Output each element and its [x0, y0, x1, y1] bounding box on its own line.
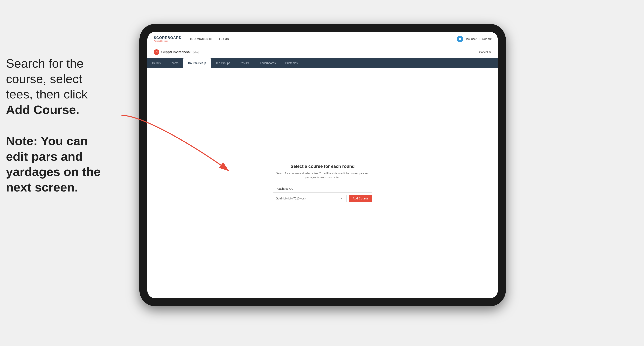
tournament-icon: C: [154, 49, 159, 55]
annotation-note: Note: You can edit pars and yardages on …: [6, 133, 122, 195]
tab-tee-groups[interactable]: Tee Groups: [211, 58, 235, 68]
tournament-gender: (Men): [192, 51, 199, 54]
course-select-panel: Select a course for each round Search fo…: [273, 164, 372, 202]
tee-select[interactable]: Gold (M) (M) (7010 yds): [273, 195, 347, 202]
tournament-header: C Clippd Invitational (Men) Cancel ✕: [147, 46, 498, 58]
cancel-button[interactable]: Cancel ✕: [479, 50, 492, 54]
logo-text: SCOREBOARD: [154, 36, 182, 40]
panel-title: Select a course for each round: [273, 164, 372, 169]
tab-results[interactable]: Results: [235, 58, 254, 68]
cancel-label: Cancel: [479, 50, 488, 54]
tee-select-row: Gold (M) (M) (7010 yds) Add Course: [273, 195, 372, 202]
divider: |: [479, 37, 480, 40]
user-area: R Test User | Sign out: [457, 36, 492, 42]
user-avatar: R: [457, 36, 463, 42]
tab-bar: Details Teams Course Setup Tee Groups Re…: [147, 58, 498, 68]
main-content: Select a course for each round Search fo…: [147, 68, 498, 298]
nav-tournaments[interactable]: TOURNAMENTS: [190, 37, 212, 41]
add-course-button[interactable]: Add Course: [349, 195, 372, 202]
nav-links: TOURNAMENTS TEAMS: [190, 37, 457, 41]
tablet-screen: SCOREBOARD Powered by clippd TOURNAMENTS…: [147, 32, 498, 298]
annotation-main: Search for the course, select tees, then…: [6, 56, 122, 117]
annotation-area: Search for the course, select tees, then…: [6, 56, 122, 195]
tee-select-wrapper: Gold (M) (M) (7010 yds): [273, 195, 347, 202]
sign-out-link[interactable]: Sign out: [482, 37, 492, 40]
tablet-device: SCOREBOARD Powered by clippd TOURNAMENTS…: [140, 24, 506, 306]
cancel-icon: ✕: [489, 50, 492, 54]
tab-course-setup[interactable]: Course Setup: [183, 58, 211, 68]
user-name: Test User: [466, 37, 476, 40]
tab-details[interactable]: Details: [147, 58, 166, 68]
tournament-title-area: C Clippd Invitational (Men): [154, 49, 199, 55]
tournament-name: Clippd Invitational: [161, 50, 190, 54]
logo-sub: Powered by clippd: [154, 40, 182, 42]
logo-area: SCOREBOARD Powered by clippd: [154, 36, 182, 42]
course-search-input[interactable]: [273, 185, 372, 193]
tab-printables[interactable]: Printables: [280, 58, 302, 68]
panel-description: Search for a course and select a tee. Yo…: [273, 172, 372, 179]
tab-teams[interactable]: Teams: [166, 58, 183, 68]
top-navigation: SCOREBOARD Powered by clippd TOURNAMENTS…: [147, 32, 498, 46]
nav-teams[interactable]: TEAMS: [219, 37, 229, 41]
tab-leaderboards[interactable]: Leaderboards: [254, 58, 280, 68]
